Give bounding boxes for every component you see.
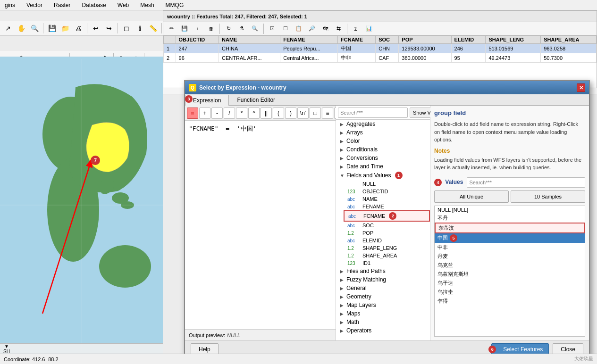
tree-child-item[interactable]: abcNAME — [344, 195, 430, 203]
tree-child-item[interactable]: 1.2POP — [344, 229, 430, 237]
dialog-close-button[interactable]: ✕ — [577, 83, 585, 92]
toolbar-save-btn[interactable]: 💾 — [46, 22, 58, 34]
toolbar-redo-btn[interactable]: ↪ — [103, 22, 115, 34]
map-area[interactable]: 7 ▼ SH — [0, 57, 163, 354]
tree-child-item[interactable]: abcSOC — [344, 222, 430, 229]
tree-item[interactable]: Math — [336, 318, 430, 326]
attr-add-btn[interactable]: + — [192, 23, 204, 35]
attr-delete-btn[interactable]: 🗑 — [205, 23, 217, 35]
col-shape-area[interactable]: SHAPE_AREA — [541, 36, 597, 44]
toolbar-measure-btn[interactable]: 📏 — [147, 22, 159, 34]
tree-child-item[interactable]: abcFCNAME2 — [344, 210, 430, 222]
tree-child-item[interactable]: 1.2SHAPE_LENG — [344, 244, 430, 252]
col-soc[interactable]: SOC — [376, 36, 399, 44]
menu-web[interactable]: Web — [115, 1, 132, 9]
tree-child-item[interactable]: abcELEMID — [344, 237, 430, 244]
value-item[interactable]: 乌拉圭 — [435, 288, 585, 297]
attr-refresh-btn[interactable]: ↻ — [222, 23, 235, 35]
col-objectid[interactable]: OBJECTID — [176, 36, 219, 44]
attr-invert-btn[interactable]: ⇆ — [332, 23, 345, 35]
value-item[interactable]: 乍得 — [435, 297, 585, 306]
ten-samples-button[interactable]: 10 Samples — [511, 190, 585, 203]
attr-pan-btn[interactable]: 🗺 — [319, 23, 331, 35]
op-equals[interactable]: = — [187, 108, 198, 119]
tab-function-editor[interactable]: Function Editor — [229, 94, 283, 105]
menu-vector[interactable]: Vector — [24, 1, 45, 9]
value-item[interactable]: NULL [NULL] — [435, 206, 585, 214]
attr-filter-btn[interactable]: ⚗ — [235, 23, 248, 35]
table-row[interactable]: 1247CHINAPeoples Repu...中国CHN129533.0000… — [164, 44, 597, 53]
toolbar-select-btn[interactable]: ◻ — [120, 22, 133, 34]
menu-mmqg[interactable]: MMQG — [163, 1, 187, 9]
tree-search-input[interactable] — [338, 108, 408, 118]
tree-item[interactable]: Arrays — [336, 128, 430, 137]
tree-item[interactable]: Map Layers — [336, 301, 430, 309]
op-divide[interactable]: / — [224, 108, 235, 119]
tree-item[interactable]: Aggregates — [336, 120, 430, 128]
op-plus[interactable]: + — [199, 108, 210, 119]
tree-item[interactable]: Fields and Values1 — [336, 171, 430, 180]
op-newline[interactable]: \n' — [297, 108, 309, 119]
toolbar-pan-btn[interactable]: ✋ — [15, 22, 27, 34]
tree-item[interactable]: Conditionals — [336, 145, 430, 154]
col-shape-leng[interactable]: SHAPE_LENG — [486, 36, 541, 44]
attr-stats-btn[interactable]: 📊 — [363, 23, 375, 35]
tree-list[interactable]: AggregatesArraysColorConditionalsConvers… — [336, 120, 430, 340]
attr-zoom-btn[interactable]: 🔎 — [306, 23, 318, 35]
op-rparen[interactable]: ) — [285, 108, 296, 119]
value-item[interactable]: 丹麦 — [435, 252, 585, 261]
op-power[interactable]: ^ — [248, 108, 260, 119]
col-elemid[interactable]: ELEMID — [451, 36, 486, 44]
menu-gins[interactable]: gins — [2, 1, 18, 9]
toolbar-undo-btn[interactable]: ↩ — [90, 22, 102, 34]
tree-item[interactable]: Maps — [336, 309, 430, 318]
toolbar-identify-btn[interactable]: ℹ — [134, 22, 146, 34]
values-list[interactable]: NULL [NULL]不丹东帝汶中国5中非丹麦乌克兰乌兹别克斯坦乌干达乌拉圭乍得 — [434, 206, 585, 337]
value-item[interactable]: 中非 — [435, 243, 585, 252]
toolbar-cursor-btn[interactable]: ↗ — [2, 22, 14, 34]
op-minus[interactable]: - — [211, 108, 223, 119]
tree-item[interactable]: Geometry — [336, 292, 430, 301]
attr-deselect-btn[interactable]: ☐ — [279, 23, 292, 35]
col-fcname[interactable]: FCNAME — [338, 36, 376, 44]
attr-table-scroll[interactable]: OBJECTID NAME FENAME FCNAME SOC POP ELEM… — [163, 35, 597, 63]
value-item[interactable]: 不丹 — [435, 214, 585, 223]
tree-child-item[interactable]: 123ID1 — [344, 259, 430, 267]
op-format[interactable]: ≡ — [322, 108, 333, 119]
menu-mesh[interactable]: Mesh — [137, 1, 157, 9]
attr-field-calc-btn[interactable]: Σ — [350, 23, 362, 35]
value-item[interactable]: 乌兹别克斯坦 — [435, 270, 585, 279]
col-fename[interactable]: FENAME — [280, 36, 338, 44]
tree-child-item[interactable]: NULL — [344, 180, 430, 188]
op-multiply[interactable]: * — [236, 108, 247, 119]
col-pop[interactable]: POP — [399, 36, 451, 44]
values-search-input[interactable] — [467, 177, 585, 188]
expression-textarea[interactable]: "FCNAME" = '中国' — [185, 121, 336, 329]
tree-item[interactable]: Operators — [336, 326, 430, 335]
col-name[interactable]: NAME — [219, 36, 280, 44]
menu-database[interactable]: Database — [79, 1, 109, 9]
attr-save-btn[interactable]: 💾 — [178, 23, 191, 35]
op-concat[interactable]: || — [261, 108, 272, 119]
table-row[interactable]: 296CENTRAL AFR...Central Africa...中非CAF3… — [164, 53, 597, 63]
value-item[interactable]: 乌克兰 — [435, 261, 585, 270]
tree-child-item[interactable]: 1.2SHAPE_AREA — [344, 252, 430, 259]
attr-edit-btn[interactable]: ✏ — [165, 23, 177, 35]
attr-select-all-btn[interactable]: ☑ — [266, 23, 278, 35]
tree-item[interactable]: Date and Time — [336, 162, 430, 171]
tree-item[interactable]: General — [336, 284, 430, 292]
all-unique-button[interactable]: All Unique — [434, 190, 509, 203]
tree-child-item[interactable]: 123OBJECTID — [344, 188, 430, 195]
attr-copy-btn[interactable]: 📋 — [293, 23, 305, 35]
tree-item[interactable]: Files and Paths — [336, 267, 430, 275]
value-item[interactable]: 乌干达 — [435, 279, 585, 288]
op-lparen[interactable]: ( — [273, 108, 284, 119]
toolbar-open-btn[interactable]: 📁 — [59, 22, 71, 34]
tree-item[interactable]: Conversions — [336, 154, 430, 162]
tree-item[interactable]: Color — [336, 137, 430, 145]
map-filter-btn[interactable]: ▼ SH — [2, 345, 11, 353]
value-item[interactable]: 东帝汶 — [435, 223, 585, 233]
toolbar-zoom-btn[interactable]: 🔍 — [28, 22, 41, 34]
tree-child-item[interactable]: abcFENAME — [344, 203, 430, 210]
attr-search-btn[interactable]: 🔍 — [249, 23, 261, 35]
